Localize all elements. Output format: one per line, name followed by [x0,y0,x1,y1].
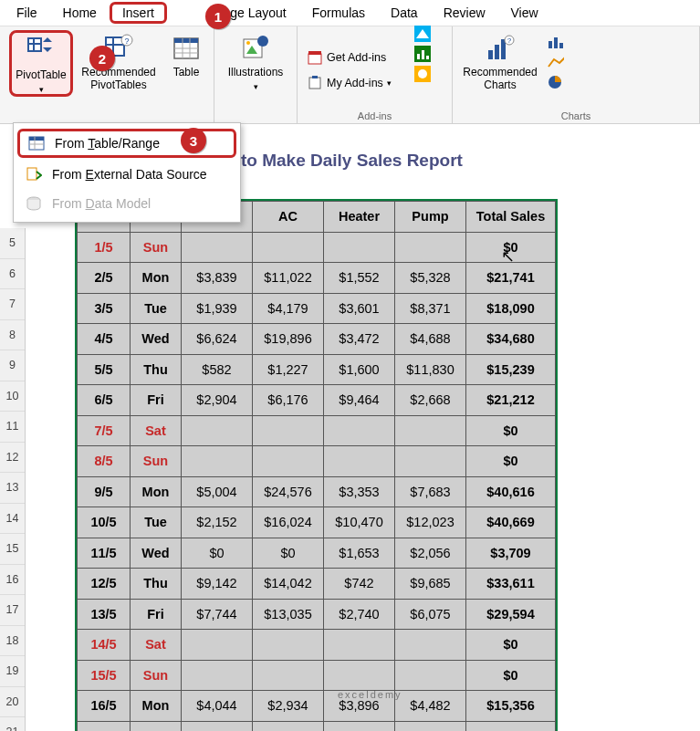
row-header[interactable]: 18 [0,626,25,657]
cell[interactable] [324,446,395,477]
cell[interactable]: $6,624 [182,324,253,355]
row-header[interactable]: 9 [0,350,25,381]
tab-review[interactable]: Review [431,2,498,24]
row-header[interactable]: 7 [0,289,25,320]
cell[interactable]: $12,023 [395,507,466,538]
cell[interactable]: $4,044 [182,691,253,722]
table-row[interactable]: 16/5Mon$4,044$2,934$3,896$4,482$15,356 [78,691,556,722]
table-row[interactable]: 8/5Sun$0 [78,446,556,477]
cell[interactable]: $10,219 [395,721,466,731]
table-row[interactable]: 14/5Sat$0 [78,630,556,661]
cell[interactable]: $12,320 [253,721,324,731]
table-row[interactable]: 3/5Tue$1,939$4,179$3,601$8,371$18,090 [78,293,556,324]
cell[interactable]: $0 [466,660,556,691]
cell[interactable]: $5,004 [182,476,253,507]
pie-chart-icon[interactable] [548,74,564,90]
cell[interactable]: $8,371 [395,293,466,324]
cell[interactable]: $9,685 [395,569,466,600]
cell[interactable]: Mon [131,263,182,294]
cell[interactable]: Mon [131,691,182,722]
tab-view[interactable]: View [498,2,551,24]
cell[interactable]: Tue [131,721,182,731]
cell[interactable]: $3,472 [324,324,395,355]
cell[interactable] [182,415,253,446]
bing-maps-icon[interactable] [414,26,431,42]
row-header[interactable]: 11 [0,412,25,443]
illustrations-button[interactable]: Illustrations ▾ [220,30,291,91]
row-header[interactable]: 12 [0,443,25,474]
cell[interactable]: 4/5 [78,324,131,355]
cell[interactable]: Thu [131,569,182,600]
cell[interactable]: $15,356 [466,691,556,722]
cell[interactable]: $24,576 [253,476,324,507]
row-header[interactable]: 14 [0,504,25,535]
cell[interactable]: $4,179 [253,293,324,324]
cell[interactable]: Thu [131,354,182,385]
cell[interactable]: $29,594 [466,599,556,630]
cell[interactable]: $1,600 [324,354,395,385]
cell[interactable]: 8/5 [78,446,131,477]
table-row[interactable]: 9/5Mon$5,004$24,576$3,353$7,683$40,616 [78,476,556,507]
cell[interactable] [395,660,466,691]
cell[interactable] [253,232,324,263]
cell[interactable] [182,660,253,691]
tab-insert[interactable]: Insert [110,2,167,24]
column-header[interactable]: AC [253,202,324,233]
cell[interactable]: $21,212 [466,385,556,416]
cell[interactable]: $16,024 [253,507,324,538]
cell[interactable] [395,415,466,446]
cell[interactable]: $0 [253,538,324,569]
cell[interactable]: $1,552 [324,263,395,294]
recommended-charts-button[interactable]: ? Recommended Charts [458,30,542,92]
cell[interactable]: $7,980 [324,721,395,731]
cell[interactable]: Tue [131,507,182,538]
cell[interactable]: $9,142 [182,569,253,600]
cell[interactable]: Mon [131,476,182,507]
row-header[interactable]: 16 [0,565,25,596]
cell[interactable]: $0 [466,630,556,661]
cell[interactable]: $10,470 [324,507,395,538]
table-row[interactable]: 2/5Mon$3,839$11,022$1,552$5,328$21,741 [78,263,556,294]
cell[interactable]: $2,056 [395,538,466,569]
cell[interactable]: $7,683 [395,476,466,507]
row-header[interactable]: 17 [0,595,25,626]
cell[interactable] [253,630,324,661]
cell[interactable]: $2,668 [395,385,466,416]
cell[interactable]: 7/5 [78,415,131,446]
cell[interactable]: 5/5 [78,354,131,385]
column-chart-icon[interactable] [548,34,564,50]
column-header[interactable]: Pump [395,202,466,233]
cell[interactable]: $582 [182,354,253,385]
table-row[interactable]: 6/5Fri$2,904$6,176$9,464$2,668$21,212 [78,385,556,416]
cell[interactable] [182,232,253,263]
cell[interactable]: $2,740 [324,599,395,630]
row-header[interactable]: 13 [0,473,25,504]
cell[interactable]: Fri [131,385,182,416]
data-table[interactable]: ACHeaterPumpTotal Sales 1/5Sun$02/5Mon$3… [77,201,556,731]
cell[interactable]: $4,688 [395,324,466,355]
table-row[interactable]: 10/5Tue$2,152$16,024$10,470$12,023$40,66… [78,507,556,538]
cell[interactable]: 16/5 [78,691,131,722]
cell[interactable]: 12/5 [78,569,131,600]
cell[interactable] [324,232,395,263]
get-addins-button[interactable]: Get Add-ins [307,48,386,67]
cell[interactable]: $0 [466,446,556,477]
cell[interactable]: 15/5 [78,660,131,691]
tab-file[interactable]: File [4,2,50,24]
cell[interactable]: $4,482 [395,691,466,722]
cell[interactable] [395,446,466,477]
column-header[interactable]: Heater [324,202,395,233]
cell[interactable]: $1,939 [182,293,253,324]
cell[interactable]: $9,464 [324,385,395,416]
cell[interactable] [324,415,395,446]
tab-home[interactable]: Home [50,2,110,24]
cell[interactable]: $40,616 [466,476,556,507]
cell[interactable]: Sat [131,415,182,446]
row-header[interactable]: 6 [0,259,25,290]
table-row[interactable]: 4/5Wed$6,624$19,896$3,472$4,688$34,680 [78,324,556,355]
cell[interactable]: $2,792 [182,721,253,731]
cell[interactable]: $5,328 [395,263,466,294]
cell[interactable]: $19,896 [253,324,324,355]
cell[interactable]: Fri [131,599,182,630]
row-header[interactable]: 19 [0,656,25,687]
